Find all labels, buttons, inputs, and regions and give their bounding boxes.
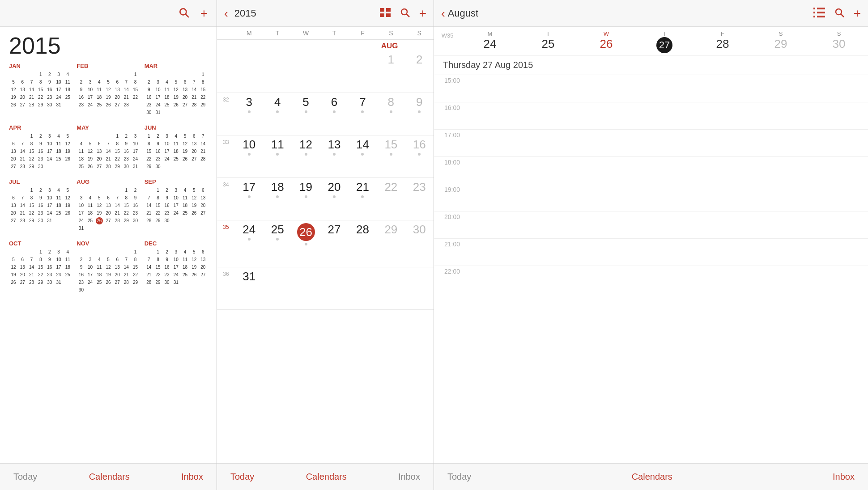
- list-icon-day[interactable]: [813, 8, 825, 19]
- tab-today-m[interactable]: Today: [230, 472, 254, 482]
- day-toolbar: ‹ August +: [434, 0, 868, 27]
- mini-month-apr[interactable]: APR..12345678910111213141516171819202122…: [9, 124, 72, 170]
- add-event-icon-month[interactable]: +: [419, 6, 426, 21]
- svg-point-0: [180, 8, 186, 15]
- search-icon[interactable]: [178, 7, 190, 20]
- time-slot-19: 19:00: [434, 184, 868, 211]
- search-icon-month[interactable]: [400, 7, 410, 20]
- month-week-row: 34 17 18 19 20 21 22 23: [217, 178, 434, 220]
- svg-line-1: [185, 14, 188, 17]
- svg-rect-10: [813, 12, 815, 13]
- time-slot-16: 16:00: [434, 102, 868, 130]
- tab-inbox-m[interactable]: Inbox: [398, 472, 420, 482]
- time-slot-17: 17:00: [434, 130, 868, 157]
- mini-month-aug[interactable]: AUG.....12345678910111213141516171819202…: [77, 178, 140, 232]
- year-content: 2015 JAN...12345678910111213141516171819…: [0, 27, 217, 463]
- svg-rect-12: [813, 16, 815, 17]
- month-dow-header: M T W T F S S: [217, 27, 434, 40]
- day-timeline[interactable]: 15:00 16:00 17:00 18:00 19:00 20:00 21:0…: [434, 75, 868, 463]
- tab-calendars-y[interactable]: Calendars: [89, 472, 130, 482]
- time-slot-15: 15:00: [434, 75, 868, 102]
- month-aug-label: AUG: [349, 42, 405, 51]
- day-icons: +: [813, 6, 861, 21]
- add-event-icon[interactable]: +: [200, 6, 208, 21]
- month-tab-bar: Today Calendars Inbox: [217, 463, 434, 490]
- tab-inbox-y[interactable]: Inbox: [181, 472, 203, 482]
- month-grid-icon[interactable]: [380, 8, 391, 19]
- add-event-icon-day[interactable]: +: [854, 6, 861, 21]
- svg-point-14: [836, 9, 842, 15]
- svg-rect-3: [386, 8, 391, 12]
- svg-rect-4: [380, 13, 384, 17]
- time-slot-20: 20:00: [434, 211, 868, 239]
- month-toolbar: ‹ 2015 +: [217, 0, 434, 27]
- mini-month-jul[interactable]: JUL..12345678910111213141516171819202122…: [9, 178, 72, 232]
- month-year-title: 2015: [234, 8, 256, 19]
- mini-month-sep[interactable]: SEP.123456789101112131415161718192021222…: [145, 178, 208, 232]
- tab-calendars-d[interactable]: Calendars: [632, 472, 672, 482]
- day-date-label: Thursday 27 Aug 2015: [434, 55, 868, 75]
- mini-month-jan[interactable]: JAN...1234567891011121314151617181920212…: [9, 63, 72, 116]
- year-grid: JAN...1234567891011121314151617181920212…: [9, 63, 208, 294]
- back-chevron-icon[interactable]: ‹: [224, 8, 228, 19]
- mini-month-dec[interactable]: DEC.123456789101112131415161718192021222…: [145, 240, 208, 294]
- month-week-row: 35 24 25 26 27 28 29 30: [217, 220, 434, 267]
- tab-today-y[interactable]: Today: [13, 472, 37, 482]
- svg-point-6: [401, 9, 407, 15]
- tab-inbox-d[interactable]: Inbox: [833, 472, 855, 482]
- svg-rect-2: [380, 8, 384, 12]
- tab-today-d[interactable]: Today: [447, 472, 471, 482]
- mini-month-nov[interactable]: NOV......1234567891011121314151617181920…: [77, 240, 140, 294]
- year-tab-bar: Today Calendars Inbox: [0, 463, 217, 490]
- month-icons: +: [380, 6, 426, 21]
- mini-month-oct[interactable]: OCT...1234567891011121314151617181920212…: [9, 240, 72, 294]
- month-week-row: 32 3 4 5 6 7 8 9: [217, 93, 434, 135]
- svg-rect-5: [386, 13, 391, 17]
- month-view-panel: ‹ 2015 + M T W T F S S: [217, 0, 434, 490]
- day-month-title: August: [448, 8, 479, 19]
- back-chevron-icon-day[interactable]: ‹: [441, 8, 445, 19]
- svg-rect-13: [817, 16, 825, 17]
- mini-month-jun[interactable]: JUN1234567891011121314151617181920212223…: [145, 124, 208, 170]
- time-slot-18: 18:00: [434, 157, 868, 184]
- tab-calendars-m[interactable]: Calendars: [306, 472, 347, 482]
- month-week-row: 33 10 11 12 13 14 15 16: [217, 135, 434, 178]
- search-icon-day[interactable]: [834, 7, 845, 20]
- year-title: 2015: [9, 34, 208, 57]
- mini-month-may[interactable]: MAY....123456789101112131415161718192021…: [77, 124, 140, 170]
- month-week-row: 1 2: [217, 51, 434, 93]
- svg-rect-9: [817, 8, 825, 9]
- year-toolbar: +: [0, 0, 217, 27]
- svg-line-15: [841, 14, 844, 17]
- day-tab-bar: Today Calendars Inbox: [434, 463, 868, 490]
- week-num-label: W35: [434, 30, 461, 39]
- day-view-panel: ‹ August + W35 M 24: [434, 0, 868, 490]
- month-week-row: 36 31: [217, 267, 434, 310]
- svg-rect-8: [813, 8, 815, 9]
- day-week-strip: W35 M 24 T 25 W 26 T 27 F 28 S 29: [434, 27, 868, 55]
- time-slot-22: 22:00: [434, 266, 868, 293]
- year-view-panel: + 2015 JAN...123456789101112131415161718…: [0, 0, 217, 490]
- time-slot-21: 21:00: [434, 239, 868, 266]
- mini-month-feb[interactable]: FEB......1234567891011121314151617181920…: [77, 63, 140, 116]
- mini-month-mar[interactable]: MAR......1234567891011121314151617181920…: [145, 63, 208, 116]
- svg-line-7: [406, 14, 409, 17]
- svg-rect-11: [817, 12, 825, 13]
